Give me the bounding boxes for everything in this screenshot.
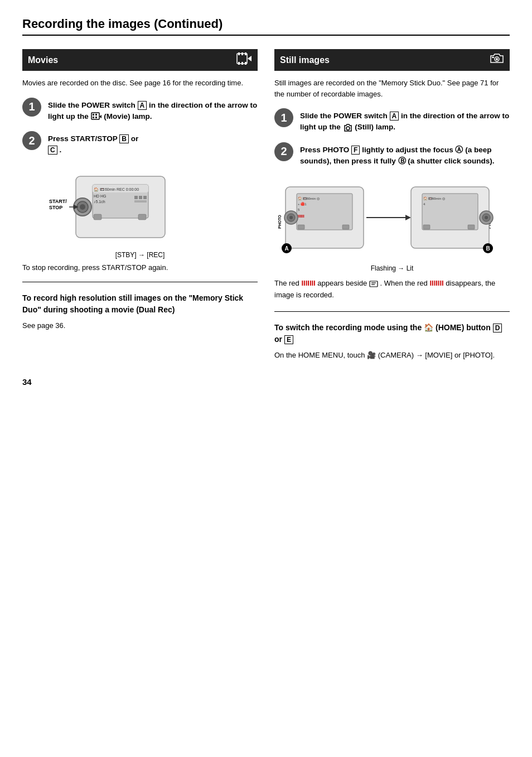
- label-A-movies: A: [138, 101, 147, 110]
- label-F: F: [351, 146, 360, 155]
- movies-step2: 2 Press START/STOP B or C .: [22, 131, 258, 156]
- page-number: 34: [22, 377, 510, 387]
- movies-description: Movies are recorded on the disc. See pag…: [22, 78, 258, 89]
- svg-rect-43: [298, 225, 304, 229]
- svg-text:IIIIII: IIIIII: [298, 214, 304, 218]
- svg-rect-22: [134, 196, 138, 199]
- svg-text:START/: START/: [49, 199, 67, 204]
- svg-rect-2: [241, 52, 243, 55]
- red-bars-2: IIIIIII: [429, 279, 443, 287]
- flashing-label: Flashing → Lit: [274, 264, 510, 272]
- svg-text:STOP: STOP: [49, 205, 62, 210]
- movies-step1: 1 Slide the POWER switch A in the direct…: [22, 98, 258, 123]
- svg-rect-34: [492, 57, 494, 58]
- svg-rect-1: [238, 52, 240, 55]
- stop-note: To stop recording, press START/STOP agai…: [22, 263, 258, 272]
- svg-rect-58: [468, 225, 475, 229]
- svg-point-61: [485, 216, 488, 219]
- still-camera-diagram: PHOTO 🏠 📼60min ◎ + 🔴1 5 IIIIII A: [274, 176, 510, 262]
- movies-title: Movies: [28, 55, 58, 65]
- still-step1-num: 1: [274, 108, 293, 127]
- svg-text:A: A: [284, 245, 288, 252]
- svg-rect-10: [95, 114, 97, 115]
- camera-still-icon: [490, 52, 504, 67]
- still-subsection-body: On the HOME MENU, touch 🎥 (CAMERA) → [MO…: [274, 350, 510, 361]
- svg-point-47: [289, 216, 293, 219]
- svg-text:🏠 📼60min ◎: 🏠 📼60min ◎: [423, 196, 445, 201]
- svg-rect-25: [134, 200, 147, 202]
- still-step2-text: Press PHOTO F lightly to adjust the focu…: [300, 142, 510, 167]
- still-title: Still images: [280, 55, 330, 65]
- still-step2-num: 2: [274, 142, 293, 161]
- red-note-part1: The red: [274, 279, 299, 287]
- svg-rect-24: [143, 196, 147, 199]
- movies-step2-num: 2: [22, 131, 41, 150]
- svg-rect-12: [95, 117, 97, 118]
- svg-text:+ 🔴1: + 🔴1: [298, 202, 307, 206]
- still-header: Still images: [274, 49, 510, 71]
- svg-marker-7: [248, 56, 252, 61]
- label-E: E: [284, 335, 293, 344]
- page-title: Recording the images (Continued): [22, 17, 510, 36]
- still-step1-text: Slide the POWER switch A in the directio…: [300, 108, 510, 133]
- svg-text:🏠 📼60min   REC   0:00:00: 🏠 📼60min REC 0:00:00: [94, 187, 139, 192]
- movies-section: Movies Movies are recorded on the disc. …: [22, 49, 258, 360]
- svg-marker-51: [405, 215, 411, 220]
- label-D: D: [493, 324, 502, 332]
- label-C: C: [48, 146, 57, 155]
- svg-text:HD HG: HD HG: [94, 194, 107, 198]
- svg-rect-3: [245, 52, 246, 55]
- svg-point-35: [346, 127, 350, 130]
- still-step1: 1 Slide the POWER switch A in the direct…: [274, 108, 510, 133]
- svg-rect-44: [342, 225, 349, 229]
- divider-still: [274, 311, 510, 312]
- red-note-part3: . When the red: [380, 279, 428, 287]
- svg-rect-23: [139, 196, 142, 199]
- label-A-still: A: [390, 112, 399, 120]
- divider-movies: [22, 282, 258, 282]
- svg-rect-6: [245, 62, 246, 65]
- svg-text:PHOTO: PHOTO: [278, 215, 282, 229]
- red-note: The red IIIIIII appears beside . When th…: [274, 278, 510, 301]
- svg-rect-57: [423, 225, 430, 229]
- still-subsection-title: To switch the recording mode using the 🏠…: [274, 322, 510, 345]
- svg-rect-8: [91, 113, 99, 119]
- svg-point-33: [496, 58, 498, 60]
- movies-subsection-body: See page 36.: [22, 320, 258, 331]
- svg-text:♪5.1ch: ♪5.1ch: [94, 200, 105, 204]
- svg-rect-5: [241, 62, 243, 65]
- movies-header: Movies: [22, 49, 258, 71]
- svg-rect-26: [94, 214, 101, 220]
- movie-camera-diagram: START/ STOP 🏠 📼60min REC 0:00:00 HD HG ♪…: [48, 165, 258, 249]
- svg-text:🏠 📼60min  ◎: 🏠 📼60min ◎: [298, 196, 320, 201]
- movies-step1-num: 1: [22, 98, 41, 117]
- label-B: B: [119, 134, 129, 143]
- svg-rect-4: [238, 62, 240, 65]
- movies-step1-text: Slide the POWER switch A in the directio…: [48, 98, 258, 123]
- svg-rect-11: [93, 117, 94, 118]
- movies-subsection-title: To record high resolution still images o…: [22, 292, 258, 316]
- svg-point-30: [80, 204, 85, 210]
- svg-rect-9: [93, 114, 94, 115]
- svg-text:B: B: [486, 245, 490, 252]
- red-note-part2: appears beside: [317, 279, 367, 287]
- still-description: Still images are recorded on the "Memory…: [274, 78, 510, 99]
- svg-rect-27: [138, 214, 146, 220]
- still-step2: 2 Press PHOTO F lightly to adjust the fo…: [274, 142, 510, 167]
- svg-rect-64: [370, 281, 378, 287]
- red-bars-1: IIIIIII: [301, 279, 315, 287]
- movies-step2-text: Press START/STOP B or C .: [48, 131, 138, 156]
- diagram-label-movie: [STBY] → [REC]: [22, 251, 258, 259]
- still-images-section: Still images Still images are recorded o…: [274, 49, 510, 360]
- movie-icon: [236, 52, 252, 67]
